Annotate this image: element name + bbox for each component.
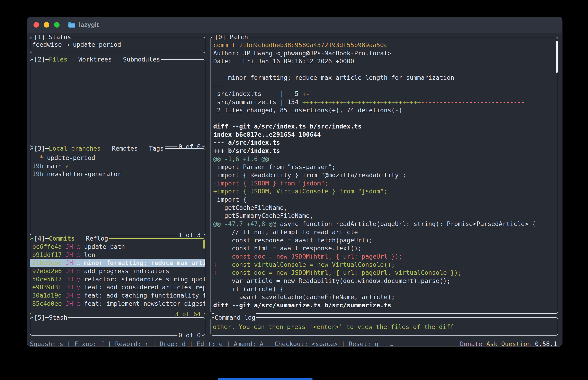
diff-line: diff --git a/src/summarize.ts b/src/summ… <box>211 301 558 309</box>
commit-row[interactable]: bc6ffe4a JH ○ update path <box>30 243 205 251</box>
panel-patch-body: commit 21bc9cbddbeb38c9580a4372193df55b9… <box>211 37 558 313</box>
commit-row[interactable]: 97ebd2e6 JH ○ add progress indicators <box>30 267 205 275</box>
diff-line: diff --git a/src/index.ts b/src/index.ts <box>211 122 558 131</box>
commit-row[interactable]: b91ddf17 JH ○ len <box>30 251 205 259</box>
folder-icon <box>68 22 76 28</box>
branch-row[interactable]: 19h main ✓ <box>30 162 205 170</box>
panel-status-body: feedwise → update-period <box>30 37 205 53</box>
commit-row[interactable]: e9839d3f JH ○ feat: add considered artic… <box>30 283 205 291</box>
diff-line: @@ -47,7 +47,8 @@ async function readArt… <box>211 220 558 228</box>
panel-patch[interactable]: [0]─Patch commit 21bc9cbddbeb38c9580a437… <box>210 37 558 314</box>
commit-row[interactable]: 30a1d19d JH ○ feat: add caching function… <box>30 291 205 300</box>
panel-command-log: Command log other. You can then press '<… <box>210 317 558 336</box>
status-line: feedwise → update-period <box>30 40 205 49</box>
diff-line: index b6c817e..e291654 100644 <box>211 131 558 139</box>
panel-command-log-body: other. You can then press '<enter>' to v… <box>211 318 558 335</box>
diff-line: 2 files changed, 85 insertions(+), 74 de… <box>211 106 558 114</box>
log-line: other. You can then press '<enter>' to v… <box>211 323 558 331</box>
diff-line: minor formatting; reduce max article len… <box>211 74 558 82</box>
diff-line: + const doc = new JSDOM(html, { url: pag… <box>211 269 558 277</box>
commits-scrollbar-thumb[interactable] <box>203 240 205 248</box>
diff-line: src/summarize.ts | 154 +++++++++++++++++… <box>211 98 558 106</box>
patch-scrollbar-thumb[interactable] <box>556 41 558 73</box>
diff-line: commit 21bc9cbddbeb38c9580a4372193df55b9… <box>211 41 558 49</box>
diff-line: --- <box>211 82 558 90</box>
diff-line: import { Readability } from "@mozilla/re… <box>211 171 558 179</box>
diff-line <box>211 65 558 74</box>
donate-link[interactable]: Donate <box>460 340 483 347</box>
panel-stash-count: 0 of 0 <box>177 331 202 340</box>
minimize-button[interactable] <box>44 22 49 28</box>
diff-line <box>211 114 558 122</box>
panel-branches[interactable]: [3]─Local branches - Remotes - Tags * up… <box>30 148 205 235</box>
window-title: lazygit <box>79 21 99 28</box>
maximize-button[interactable] <box>54 22 60 28</box>
diff-line: import { <box>211 195 558 204</box>
diff-line: const html = await response.text(); <box>211 244 558 252</box>
panel-stash[interactable]: [5]─Stash 0 of 0 <box>30 317 205 336</box>
diff-line: +import { JSDOM, VirtualConsole } from "… <box>211 187 558 195</box>
close-button[interactable] <box>34 22 39 28</box>
diff-line: import Parser from "rss-parser"; <box>211 163 558 171</box>
diff-line: var article = new Readability(doc.window… <box>211 277 558 285</box>
commit-row[interactable]: 85c4d0ee JH ○ feat: implement newsletter… <box>30 300 205 308</box>
keybindings: Squash: s | Fixup: f | Reword: r | Drop:… <box>30 340 393 347</box>
titlebar[interactable]: lazygit <box>27 17 562 33</box>
diff-line: getCacheFileName, <box>211 204 558 212</box>
diff-line: src/index.ts | 5 +- <box>211 90 558 98</box>
diff-line: Date: Fri Jan 16 09:16:12 2026 +0000 <box>211 57 558 65</box>
version-label: 0.58.1 <box>535 340 557 347</box>
diff-line: await saveToCache(cacheFileName, article… <box>211 293 558 301</box>
diff-line: const response = await fetch(pageUrl); <box>211 236 558 245</box>
diff-line: if (article) { <box>211 285 558 293</box>
dock-indicator <box>218 378 313 380</box>
diff-line: +++ b/src/index.ts <box>211 147 558 155</box>
panel-commits[interactable]: [4]─Commits - Reflog bc6ffe4a JH ○ updat… <box>30 238 205 314</box>
diff-line: getSummaryCacheFileName, <box>211 212 558 220</box>
diff-line: @@ -1,6 +1,6 @@ <box>211 155 558 163</box>
diff-line: -import { JSDOM } from "jsdom"; <box>211 179 558 188</box>
ask-question-link[interactable]: Ask Question <box>486 340 531 347</box>
branch-row[interactable]: 19h newsletter-generator <box>30 170 205 178</box>
panel-files-body <box>30 60 205 147</box>
diff-line: + const virtualConsole = new VirtualCons… <box>211 261 558 269</box>
commit-row[interactable]: 21bc9cbd JH ○ minor formatting; reduce m… <box>30 259 205 267</box>
diff-line: --- a/src/index.ts <box>211 138 558 147</box>
diff-line: Author: JP Hwang <jphwang@JPs-MacBook-Pr… <box>211 49 558 57</box>
branch-row[interactable]: * update-period <box>30 154 205 162</box>
panel-status[interactable]: [1]─Status feedwise → update-period <box>30 37 205 53</box>
terminal-window: lazygit [1]─Status feedwise → update-per… <box>27 17 563 347</box>
diff-line: // If not, attempt to read article <box>211 228 558 236</box>
panel-commits-body: bc6ffe4a JH ○ update pathb91ddf17 JH ○ l… <box>30 239 205 314</box>
panel-files[interactable]: [2]─Files - Worktrees - Submodules 0 of … <box>30 59 205 147</box>
commit-row[interactable]: 50ce56f7 JH ○ refactor: standardize stri… <box>30 275 205 284</box>
panel-branches-body: * update-period19h main ✓19h newsletter-… <box>30 149 205 235</box>
diff-line: - const doc = new JSDOM(html, { url: pag… <box>211 252 558 261</box>
bottom-bar: Squash: s | Fixup: f | Reword: r | Drop:… <box>30 340 557 347</box>
